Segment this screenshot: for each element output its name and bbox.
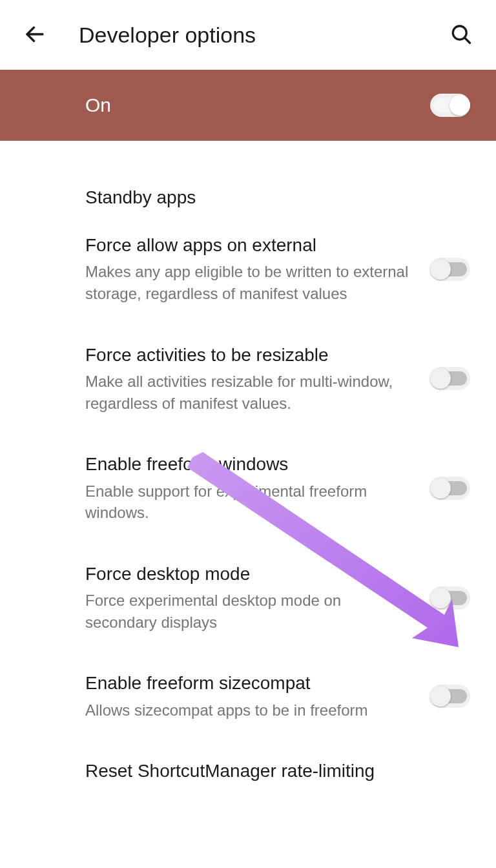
setting-title: Force activities to be resizable [85,344,411,367]
search-icon [450,23,473,48]
search-button[interactable] [442,15,480,56]
toggle-thumb [430,368,451,389]
toggle-thumb [450,95,470,116]
setting-desc: Force experimental desktop mode on secon… [85,590,411,633]
toggle-force-desktop-mode[interactable] [430,586,470,610]
setting-title: Enable freeform sizecompat [85,672,411,695]
page-title: Developer options [79,23,442,48]
toggle-force-allow-external[interactable] [430,258,470,281]
setting-enable-freeform-windows[interactable]: Enable freeform windows Enable support f… [85,427,470,537]
back-button[interactable] [16,15,54,56]
setting-text: Force desktop mode Force experimental de… [85,563,411,634]
setting-title: Force desktop mode [85,563,411,586]
setting-text: Force allow apps on external Makes any a… [85,234,411,305]
section-standby-apps[interactable]: Standby apps [85,187,470,208]
setting-desc: Enable support for experimental freeform… [85,480,411,524]
setting-force-desktop-mode[interactable]: Force desktop mode Force experimental de… [85,537,470,646]
app-header: Developer options [0,0,496,70]
toggle-thumb [430,259,451,280]
setting-desc: Make all activities resizable for multi-… [85,371,411,414]
setting-title: Enable freeform windows [85,453,411,476]
setting-force-activities-resizable[interactable]: Force activities to be resizable Make al… [85,318,470,428]
toggle-enable-freeform-windows[interactable] [430,477,470,500]
setting-text: Force activities to be resizable Make al… [85,344,411,415]
setting-force-allow-external[interactable]: Force allow apps on external Makes any a… [85,208,470,318]
master-toggle-label: On [85,94,111,116]
toggle-thumb [430,478,451,499]
setting-enable-freeform-sizecompat[interactable]: Enable freeform sizecompat Allows sizeco… [85,646,470,734]
setting-title: Force allow apps on external [85,234,411,257]
toggle-force-activities-resizable[interactable] [430,367,470,390]
arrow-left-icon [23,23,46,48]
setting-title: Reset ShortcutManager rate-limiting [85,760,470,783]
toggle-enable-freeform-sizecompat[interactable] [430,685,470,708]
setting-text: Enable freeform sizecompat Allows sizeco… [85,672,411,721]
setting-text: Enable freeform windows Enable support f… [85,453,411,524]
svg-line-2 [464,37,470,43]
master-toggle-banner: On [0,70,496,141]
settings-list: Standby apps Force allow apps on externa… [0,187,496,800]
setting-reset-shortcutmanager[interactable]: Reset ShortcutManager rate-limiting [85,734,470,800]
master-toggle[interactable] [430,94,470,117]
toggle-thumb [430,686,451,707]
setting-text: Reset ShortcutManager rate-limiting [85,760,470,787]
setting-desc: Makes any app eligible to be written to … [85,261,411,304]
toggle-thumb [430,588,451,608]
setting-desc: Allows sizecompat apps to be in freeform [85,699,411,721]
